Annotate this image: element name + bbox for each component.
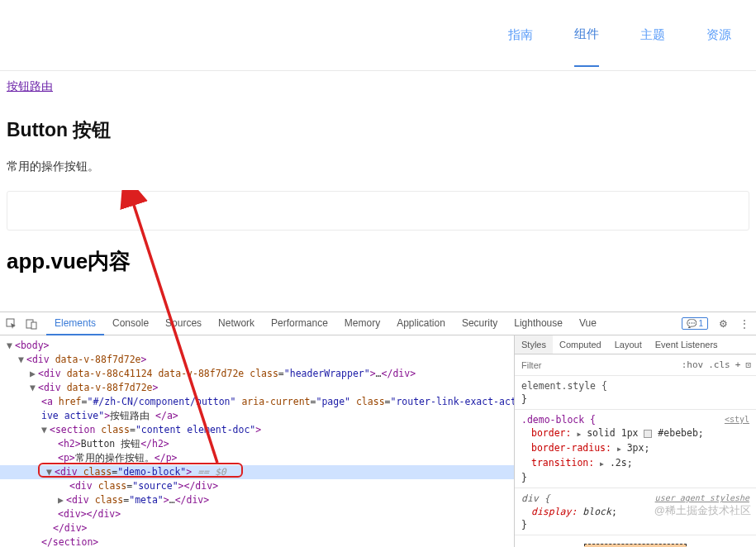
styles-more-icon[interactable]: ⊡ [745,359,751,370]
tab-console[interactable]: Console [104,312,157,335]
nav-theme[interactable]: 主题 [640,27,665,43]
devtools-toolbar: Elements Console Sources Network Perform… [0,312,756,335]
breadcrumb-link[interactable]: 按钮路由 [7,79,53,93]
devtools-panel: Elements Console Sources Network Perform… [0,312,756,547]
styles-tabs: Styles Computed Layout Event Listeners [515,335,756,354]
source-link[interactable]: <styl [725,413,749,426]
rule-element-style[interactable]: element.style { } [515,376,756,410]
gear-icon[interactable]: ⚙ [716,317,730,331]
page-content: 按钮路由 Button 按钮 常用的操作按钮。 app.vue内容 [0,71,756,284]
nav-component[interactable]: 组件 [574,26,599,67]
sp-tab-layout[interactable]: Layout [608,335,649,354]
tree-line[interactable]: </section> [0,535,514,547]
demo-block [7,191,749,231]
tab-application[interactable]: Application [388,312,454,335]
nav-resource[interactable]: 资源 [706,27,731,43]
inspect-icon[interactable] [5,317,18,331]
hov-toggle[interactable]: :hov [682,359,704,370]
tab-memory[interactable]: Memory [336,312,388,335]
tab-elements[interactable]: Elements [46,312,104,335]
page-heading: Button 按钮 [7,117,749,143]
tree-line[interactable]: ▶<div data-v-88c41124 data-v-88f7d72e cl… [0,367,514,381]
tree-line[interactable]: <a href="#/zh-CN/component/button" aria-… [0,395,514,409]
styles-content[interactable]: element.style { } <styl .demo-block { bo… [515,376,756,547]
tab-vue[interactable]: Vue [571,312,605,335]
tree-line[interactable]: ▼<div data-v-88f7d72e> [0,353,514,367]
styles-filter-input[interactable] [515,357,682,373]
tab-lighthouse[interactable]: Lighthouse [506,312,571,335]
rule-demo-block[interactable]: <styl .demo-block { border: ▶ solid 1px … [515,410,756,488]
watermark: @稀土掘金技术社区 [654,503,751,518]
box-model[interactable]: margin - [515,535,756,547]
tree-line[interactable]: ▼<body> [0,339,514,353]
tab-performance[interactable]: Performance [263,312,336,335]
tab-network[interactable]: Network [210,312,263,335]
tree-line[interactable]: ▼<div data-v-88f7d72e> [0,381,514,395]
sp-tab-event[interactable]: Event Listeners [649,335,725,354]
sp-tab-computed[interactable]: Computed [553,335,608,354]
tree-line[interactable]: <div></div> [0,507,514,521]
nav-guide[interactable]: 指南 [508,27,533,43]
section-heading: app.vue内容 [7,247,749,276]
styles-filter-row: :hov .cls + ⊡ [515,354,756,376]
tree-line[interactable]: ▶<div class="meta">…</div> [0,493,514,507]
devtools-tabs: Elements Console Sources Network Perform… [46,312,682,335]
cls-toggle[interactable]: .cls [708,359,730,370]
tree-line[interactable]: </div> [0,521,514,535]
device-icon[interactable] [25,317,38,331]
svg-rect-3 [31,322,36,329]
tree-line[interactable]: <h2>Button 按钮</h2> [0,437,514,451]
tree-line[interactable]: ▼<section class="content element-doc"> [0,423,514,437]
tree-line[interactable]: <div class="source"></div> [0,479,514,493]
tree-line-selected[interactable]: ▼<div class="demo-block"> == $0 [0,465,514,479]
page-desc: 常用的操作按钮。 [7,159,749,174]
tree-line[interactable]: <p>常用的操作按钮。</p> [0,451,514,465]
add-rule-icon[interactable]: + [735,359,741,370]
top-nav: 指南 组件 主题 资源 [0,0,756,71]
more-icon[interactable]: ⋮ [738,317,751,331]
issues-badge[interactable]: 💬 1 [682,317,708,330]
tree-line[interactable]: ive active">按钮路由 </a> [0,409,514,423]
tab-security[interactable]: Security [454,312,506,335]
sp-tab-styles[interactable]: Styles [515,335,553,354]
elements-tree[interactable]: ▼<body> ▼<div data-v-88f7d72e> ▶<div dat… [0,335,514,547]
tab-sources[interactable]: Sources [157,312,210,335]
